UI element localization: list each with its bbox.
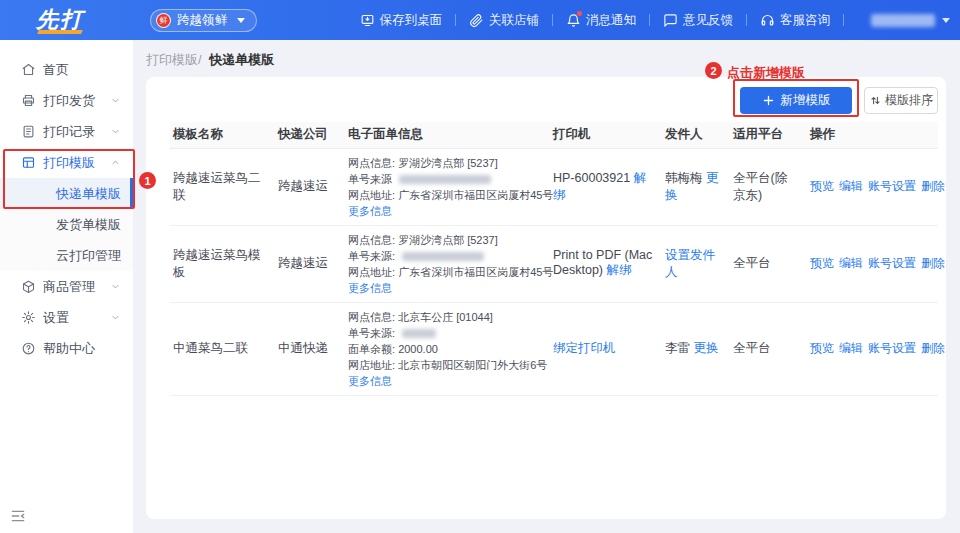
printer-cell: 绑定打印机	[550, 302, 662, 395]
sidebar-subitem-label: 云打印管理	[56, 247, 121, 265]
sender-cell: 李雷 更换	[662, 302, 730, 395]
sidebar: 首页打印发货打印记录打印模版快递单模版发货单模版云打印管理商品管理设置帮助中心	[0, 40, 133, 533]
more-info-link[interactable]: 更多信息	[348, 205, 392, 217]
account-settings-link[interactable]: 账号设置	[868, 256, 916, 270]
row-actions-cell: 预览编辑账号设置删除	[807, 302, 938, 395]
menu-fold-icon[interactable]	[10, 508, 26, 524]
nav-label: 意见反馈	[683, 12, 733, 29]
waybill-info-line: 网点信息: 罗湖沙湾点部 [5237]	[348, 155, 542, 171]
cell-text: 李雷	[665, 341, 693, 355]
edit-link[interactable]: 编辑	[839, 256, 863, 270]
delete-link[interactable]: 删除	[921, 256, 945, 270]
sidebar-item-label: 打印模版	[43, 154, 95, 172]
plus-icon	[762, 94, 775, 107]
edit-link[interactable]: 编辑	[839, 179, 863, 193]
nav-label: 保存到桌面	[380, 12, 443, 29]
waybill-info-label: 网店地址:	[348, 359, 395, 371]
edit-link[interactable]: 编辑	[839, 341, 863, 355]
sidebar-item-print-records[interactable]: 打印记录	[0, 116, 133, 147]
sidebar-item-help[interactable]: 帮助中心	[0, 333, 133, 364]
template-name-cell: 跨越速运菜鸟模板	[170, 225, 275, 302]
more-info-link[interactable]: 更多信息	[348, 282, 392, 294]
nav-label: 消息通知	[586, 12, 636, 29]
bell-icon	[566, 13, 581, 28]
courier-company: 跨越速运	[278, 256, 328, 270]
templates-table: 模板名称快递公司电子面单信息打印机发件人适用平台操作 跨越速运菜鸟二联跨越速运网…	[170, 122, 938, 396]
nav-save-desktop[interactable]: 保存到桌面	[360, 12, 443, 29]
printer-action-link[interactable]: 解绑	[607, 263, 632, 277]
desktop-save-icon	[360, 13, 375, 28]
template-name: 中通菜鸟二联	[173, 341, 248, 355]
printer-icon	[21, 93, 36, 108]
preview-link[interactable]: 预览	[810, 179, 834, 193]
waybill-info-line: 面单余额: 2000.00	[348, 341, 542, 357]
cell-text: Print to PDF (Mac Desktop)	[553, 248, 652, 277]
account-settings-link[interactable]: 账号设置	[868, 341, 916, 355]
platform-cell: 全平台	[730, 302, 807, 395]
platform-cell: 全平台	[730, 225, 807, 302]
sidebar-item-products[interactable]: 商品管理	[0, 271, 133, 302]
breadcrumb-parent[interactable]: 打印模版/	[146, 52, 202, 67]
sidebar-item-shipping-templates[interactable]: 发货单模版	[0, 209, 133, 240]
waybill-info-line: 单号来源:	[348, 248, 542, 264]
delete-link[interactable]: 删除	[921, 179, 945, 193]
courier-company-cell: 中通快递	[275, 302, 345, 395]
nav-link-shop[interactable]: 关联店铺	[469, 12, 539, 29]
chevron-down-icon	[110, 95, 121, 106]
chevron-down-icon	[237, 18, 245, 23]
cell-text: 韩梅梅	[665, 171, 706, 185]
preview-link[interactable]: 预览	[810, 256, 834, 270]
waybill-info-label: 网点信息:	[348, 311, 395, 323]
sidebar-item-home[interactable]: 首页	[0, 54, 133, 85]
add-template-button[interactable]: 新增模版	[740, 87, 852, 114]
waybill-info-line: 网点地址: 广东省深圳市福田区岗厦村45号	[348, 264, 542, 280]
waybill-info-line: 更多信息	[348, 373, 542, 389]
courier-company-cell: 跨越速运	[275, 225, 345, 302]
waybill-info-label: 网点信息:	[348, 234, 395, 246]
waybill-info-cell: 网点信息: 北京车公庄 [01044]单号来源: 面单余额: 2000.00网店…	[345, 302, 550, 395]
chevron-down-icon	[942, 18, 950, 23]
sidebar-item-print-shipping[interactable]: 打印发货	[0, 85, 133, 116]
divider	[552, 14, 553, 26]
store-switcher[interactable]: 鲜 跨越领鲜	[150, 9, 257, 32]
cell-text: HP-60003921	[553, 171, 634, 185]
waybill-info-value: 北京车公庄 [01044]	[398, 311, 493, 323]
waybill-info-value: 北京市朝阳区朝阳门外大街6号	[398, 359, 547, 371]
more-info-link[interactable]: 更多信息	[348, 375, 392, 387]
printer-action-link[interactable]: 绑定打印机	[553, 341, 616, 355]
waybill-info-label: 单号来源:	[348, 250, 395, 262]
waybill-info-line: 单号来源	[348, 171, 542, 187]
sender-action-link[interactable]: 更换	[693, 341, 718, 355]
sidebar-item-label: 商品管理	[43, 278, 95, 296]
courier-company: 中通快递	[278, 341, 328, 355]
sort-templates-button[interactable]: 模版排序	[864, 87, 938, 114]
nav-notifications[interactable]: 消息通知	[566, 12, 636, 29]
redacted-value	[399, 175, 491, 184]
platform-cell: 全平台(除京东)	[730, 148, 807, 225]
divider	[649, 14, 650, 26]
account-settings-link[interactable]: 账号设置	[868, 179, 916, 193]
table-row: 跨越速运菜鸟模板跨越速运网点信息: 罗湖沙湾点部 [5237]单号来源: 网点地…	[170, 225, 938, 302]
waybill-info-line: 网店地址: 北京市朝阳区朝阳门外大街6号	[348, 357, 542, 373]
column-header: 快递公司	[275, 122, 345, 148]
account-name-redacted[interactable]	[871, 14, 935, 27]
records-icon	[21, 124, 36, 139]
sidebar-item-label: 设置	[43, 309, 69, 327]
table-row: 跨越速运菜鸟二联跨越速运网点信息: 罗湖沙湾点部 [5237]单号来源 网点地址…	[170, 148, 938, 225]
waybill-info-cell: 网点信息: 罗湖沙湾点部 [5237]单号来源 网点地址: 广东省深圳市福田区岗…	[345, 148, 550, 225]
courier-company: 跨越速运	[278, 179, 328, 193]
template-name: 跨越速运菜鸟二联	[173, 171, 261, 202]
nav-feedback[interactable]: 意见反馈	[663, 12, 733, 29]
preview-link[interactable]: 预览	[810, 341, 834, 355]
add-template-label: 新增模版	[781, 92, 831, 109]
waybill-info-line: 单号来源:	[348, 325, 542, 341]
sidebar-item-cloud-print[interactable]: 云打印管理	[0, 240, 133, 271]
nav-support[interactable]: 客服咨询	[760, 12, 830, 29]
sender-action-link[interactable]: 设置发件人	[665, 248, 715, 279]
printer-cell: HP-60003921 解绑	[550, 148, 662, 225]
sidebar-item-settings[interactable]: 设置	[0, 302, 133, 333]
template-icon	[21, 155, 36, 170]
sidebar-item-print-templates[interactable]: 打印模版	[0, 147, 133, 178]
sidebar-item-express-templates[interactable]: 快递单模版	[0, 178, 133, 209]
delete-link[interactable]: 删除	[921, 341, 945, 355]
